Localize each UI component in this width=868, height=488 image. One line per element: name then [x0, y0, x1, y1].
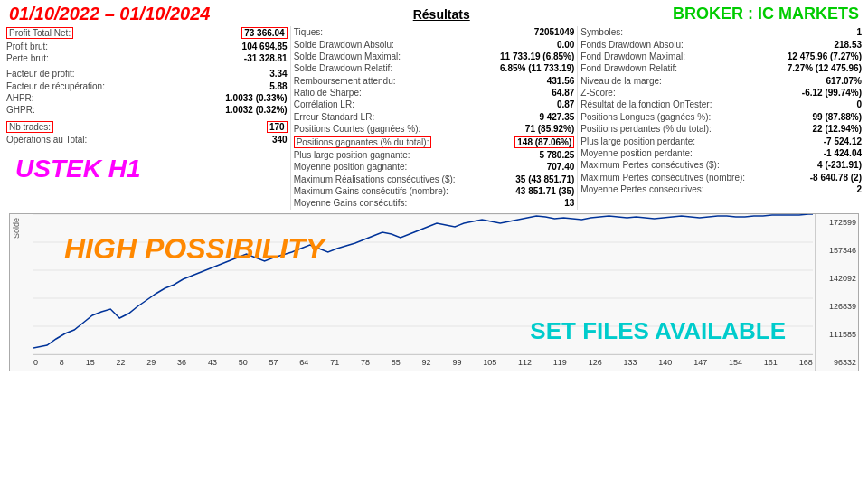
solde-dd-abs-label: Solde Drawdown Absolu:: [294, 40, 394, 50]
max-gains-cons-value: 43 851.71 (35): [515, 186, 574, 196]
max-pertes-cons-nb-value: -8 640.78 (2): [810, 173, 862, 183]
pos-courtes-value: 71 (85.92%): [525, 124, 574, 134]
profit-total-label: Profit Total Net:: [6, 27, 73, 39]
y-val-6: 172599: [817, 218, 856, 227]
y-val-3: 126839: [817, 302, 856, 311]
col3: Symboles: 1 Fonds Drawdown Absolu: 218.5…: [577, 26, 864, 210]
operations-label: Opérations au Total:: [6, 135, 87, 145]
moy-pertes-cons-value: 2: [856, 184, 862, 194]
top-header: 01/10/2022 – 01/10/2024 Résultats BROKER…: [0, 0, 868, 26]
ahpr-label: AHPR:: [6, 93, 34, 103]
chart-solde-label: Solde: [12, 218, 21, 239]
x-36: 36: [177, 358, 186, 367]
niveau-marge-value: 617.07%: [826, 76, 862, 86]
facteur-recup-label: Facteur de récupération:: [6, 81, 105, 91]
profit-brut-value: 104 694.85: [242, 42, 288, 52]
on-tester-label: Résultat de la fonction OnTester:: [580, 99, 712, 109]
ratio-sharpe-value: 64.87: [552, 88, 574, 98]
x-105: 105: [483, 358, 496, 367]
fonds-dd-abs-value: 218.53: [834, 40, 862, 50]
erreur-label: Erreur Standard LR:: [294, 112, 375, 122]
facteur-recup-value: 5.88: [269, 81, 287, 91]
moyenne-perdante-label: Moyenne position perdante:: [580, 148, 692, 158]
x-50: 50: [239, 358, 248, 367]
x-64: 64: [299, 358, 308, 367]
moy-gains-cons-label: Moyenne Gains consécutifs:: [294, 198, 408, 208]
nb-trades-label: Nb trades:: [6, 121, 53, 133]
correlation-value: 0.87: [557, 99, 574, 109]
ratio-sharpe-label: Ratio de Sharpe:: [294, 88, 362, 98]
col2: Tiques: 72051049 Solde Drawdown Absolu: …: [290, 26, 578, 210]
moy-pertes-cons-label: Moyenne Pertes consecutives:: [580, 184, 703, 194]
z-score-value: -6.12 (99.74%): [802, 88, 862, 98]
pos-longues-value: 99 (87.88%): [813, 112, 862, 122]
remboursement-label: Remboursement attendu:: [294, 76, 396, 86]
x-0: 0: [33, 358, 38, 367]
max-real-cons-label: Maximum Réalisations consécutives ($):: [294, 174, 456, 184]
fond-dd-max-label: Fond Drawdown Maximal:: [580, 52, 685, 61]
profit-total-value: 73 366.04: [241, 27, 288, 39]
solde-dd-max-label: Solde Drawdown Maximal:: [294, 52, 401, 61]
solde-dd-max-value: 11 733.19 (6.85%): [500, 52, 574, 61]
x-29: 29: [146, 358, 156, 367]
pos-perdantes-label: Positions perdantes (% du total):: [580, 124, 712, 134]
ahpr-value: 1.0033 (0.33%): [225, 93, 287, 103]
pos-gagnantes-value: 148 (87.06%): [514, 136, 574, 148]
niveau-marge-label: Niveau de la marge:: [580, 76, 662, 86]
plus-large-gagnante-value: 5 780.25: [539, 150, 574, 160]
x-147: 147: [693, 358, 707, 367]
y-val-4: 142092: [817, 274, 856, 283]
pos-perdantes-value: 22 (12.94%): [813, 124, 862, 134]
solde-dd-abs-value: 0.00: [557, 40, 574, 50]
x-85: 85: [392, 358, 401, 367]
symboles-label: Symboles:: [580, 27, 623, 37]
chart-y-axis: 172599 157346 142092 126839 111585 96332: [815, 214, 858, 371]
fond-dd-max-value: 12 475.96 (7.27%): [788, 52, 862, 61]
x-112: 112: [518, 358, 532, 367]
plus-large-perdante-label: Plus large position perdante:: [580, 136, 695, 146]
facteur-profit-value: 3.34: [269, 69, 287, 79]
correlation-label: Corrélation LR:: [294, 99, 354, 109]
y-val-2: 111585: [817, 330, 856, 339]
on-tester-value: 0: [856, 99, 862, 109]
data-sections: Profit Total Net: 73 366.04 Profit brut:…: [0, 26, 868, 210]
pos-longues-label: Positions Longues (gagnées %):: [580, 112, 711, 122]
tiques-label: Tiques:: [294, 27, 323, 37]
erreur-value: 9 427.35: [539, 112, 574, 122]
moyenne-perdante-value: -1 424.04: [824, 148, 862, 158]
x-119: 119: [553, 358, 567, 367]
col1: Profit Total Net: 73 366.04 Profit brut:…: [4, 26, 290, 210]
max-pertes-cons-nb-label: Maximum Pertes consécutives (nombre):: [580, 173, 745, 183]
nb-trades-value: 170: [267, 121, 288, 133]
x-78: 78: [361, 358, 370, 367]
plus-large-gagnante-label: Plus large position gagnante:: [294, 150, 410, 160]
set-files-label: SET FILES AVAILABLE: [530, 317, 786, 345]
remboursement-value: 431.56: [547, 76, 575, 86]
x-154: 154: [729, 358, 742, 367]
ghpr-label: GHPR:: [6, 105, 35, 115]
x-140: 140: [658, 358, 672, 367]
solde-dd-rel-label: Solde Drawdown Relatif:: [294, 63, 393, 73]
high-possibility-label: HIGH POSSIBILITY: [64, 232, 325, 266]
y-val-1: 96332: [817, 358, 856, 367]
x-22: 22: [116, 358, 125, 367]
x-133: 133: [624, 358, 637, 367]
x-15: 15: [86, 358, 95, 367]
x-126: 126: [589, 358, 602, 367]
perte-brut-value: -31 328.81: [244, 53, 288, 63]
chart-container: Solde 172599 157346 142092 126839 111585…: [9, 213, 859, 371]
chart-x-axis: 0 8 15 22 29 36 43 50 57 64 71 78 85 92 …: [33, 354, 813, 371]
ustek-label: USTEK H1: [6, 155, 288, 183]
symboles-value: 1: [856, 27, 862, 37]
x-8: 8: [60, 358, 64, 367]
profit-brut-label: Profit brut:: [6, 42, 48, 52]
max-pertes-cons-value: 4 (-231.91): [817, 160, 862, 170]
z-score-label: Z-Score:: [580, 88, 615, 98]
facteur-profit-label: Facteur de profit:: [6, 69, 75, 79]
x-92: 92: [422, 358, 431, 367]
max-pertes-cons-label: Maximum Pertes consécutives ($):: [580, 160, 719, 170]
date-range: 01/10/2022 – 01/10/2024: [9, 4, 210, 24]
max-real-cons-value: 35 (43 851.71): [515, 174, 574, 184]
fond-dd-rel-label: Fond Drawdown Relatif:: [580, 63, 677, 73]
operations-value: 340: [272, 135, 288, 145]
